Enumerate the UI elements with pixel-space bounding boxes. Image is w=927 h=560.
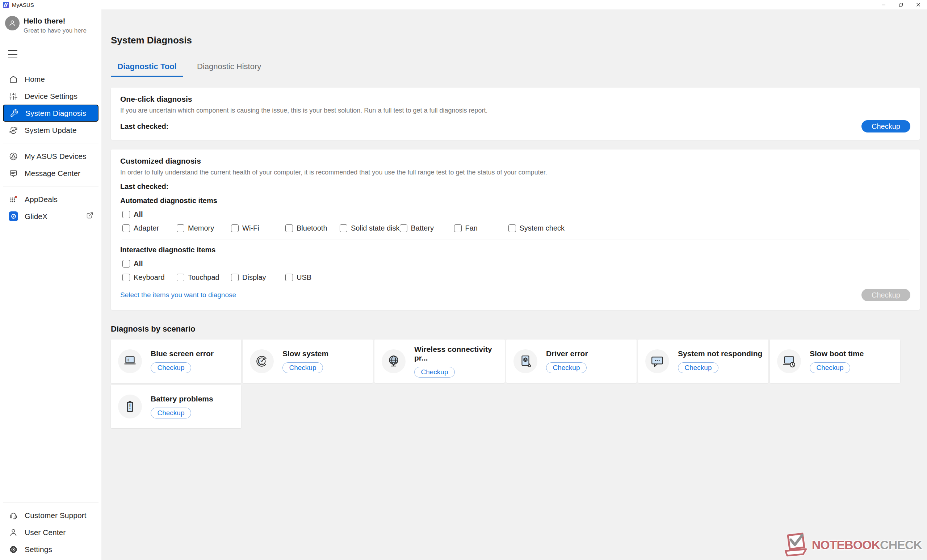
sidebar-item-label: Settings xyxy=(24,545,52,554)
checkbox-usb[interactable]: USB xyxy=(285,273,312,282)
sidebar-item-label: Device Settings xyxy=(24,92,78,101)
checkbox[interactable] xyxy=(400,225,407,232)
sidebar-item-user-center[interactable]: User Center xyxy=(0,524,102,541)
checkbox[interactable] xyxy=(454,225,462,232)
checkbox[interactable] xyxy=(231,274,239,281)
sidebar-nav-apps: AppDeals GlideX xyxy=(0,191,102,225)
divider xyxy=(3,186,99,187)
checkbox[interactable] xyxy=(285,274,293,281)
checkbox[interactable] xyxy=(122,274,130,281)
wrench-icon xyxy=(9,109,19,118)
customized-last-checked: Last checked: xyxy=(120,182,910,191)
checkbox[interactable] xyxy=(122,211,130,218)
headset-icon xyxy=(9,511,18,520)
checkbox-bluetooth[interactable]: Bluetooth xyxy=(285,224,340,232)
driver-error-checkup-button[interactable]: Checkup xyxy=(546,362,587,373)
sidebar-item-label: AppDeals xyxy=(24,195,58,204)
checkbox-memory[interactable]: Memory xyxy=(177,224,231,232)
scenario-card-title: Slow system xyxy=(283,349,328,358)
blue-screen-checkup-button[interactable]: Checkup xyxy=(150,362,191,373)
sidebar: Hello there! Great to have you here Home… xyxy=(0,9,102,560)
customized-description: In order to fully understand the current… xyxy=(120,169,910,176)
scenario-cards: :( Blue screen error Checkup Slow system xyxy=(111,340,900,428)
restore-button[interactable] xyxy=(892,0,910,9)
sidebar-item-message-center[interactable]: Message Center xyxy=(0,165,102,182)
checkbox-display[interactable]: Display xyxy=(231,273,285,282)
one-click-description: If you are uncertain which component is … xyxy=(120,107,910,114)
gear-icon xyxy=(9,545,18,554)
sidebar-item-label: GlideX xyxy=(24,212,47,221)
interactive-all-row: All xyxy=(120,260,910,268)
driver-icon xyxy=(514,349,537,373)
wireless-checkup-button[interactable]: Checkup xyxy=(414,367,455,378)
automated-items-row: Adapter Memory Wi-Fi Bluetooth Solid sta… xyxy=(120,224,910,232)
greeting-subtitle: Great to have you here xyxy=(24,27,87,34)
laptop-clock-icon xyxy=(777,349,801,373)
home-icon xyxy=(9,74,18,84)
sidebar-nav-bottom: Customer Support User Center Settings xyxy=(0,498,102,560)
sidebar-item-label: My ASUS Devices xyxy=(24,152,86,161)
sidebar-item-customer-support[interactable]: Customer Support xyxy=(0,507,102,524)
checkbox-touchpad[interactable]: Touchpad xyxy=(177,273,231,282)
notebookcheck-watermark: NOTEBOOKCHECK xyxy=(780,531,922,558)
checkbox[interactable] xyxy=(231,225,239,232)
scenario-card-title: Blue screen error xyxy=(150,349,214,358)
sidebar-item-system-diagnosis[interactable]: System Diagnosis xyxy=(3,105,99,121)
sidebar-item-my-asus-devices[interactable]: My ASUS Devices xyxy=(0,148,102,165)
tab-bar: Diagnostic Tool Diagnostic History xyxy=(111,58,920,77)
one-click-checkup-button[interactable]: Checkup xyxy=(862,120,910,132)
customized-diagnosis-panel: Customized diagnosis In order to fully u… xyxy=(111,150,920,310)
scenario-card-title: Battery problems xyxy=(150,395,213,403)
checkbox-fan[interactable]: Fan xyxy=(454,224,508,232)
customized-checkup-button[interactable]: Checkup xyxy=(862,289,910,301)
sidebar-nav-top: Home Device Settings System Diagnosis xyxy=(0,71,102,139)
scenario-card-title: Wireless connectivity pr... xyxy=(414,345,505,362)
select-items-link[interactable]: Select the items you want to diagnose xyxy=(120,291,236,299)
sidebar-item-system-update[interactable]: System Update xyxy=(0,121,102,139)
checkbox-adapter[interactable]: Adapter xyxy=(122,224,177,232)
svg-text:!: ! xyxy=(129,404,131,410)
checkbox-automated-all[interactable]: All xyxy=(122,210,143,219)
devices-icon xyxy=(9,152,18,161)
update-icon xyxy=(9,126,18,135)
not-responding-checkup-button[interactable]: Checkup xyxy=(678,362,719,373)
slow-system-checkup-button[interactable]: Checkup xyxy=(283,362,323,373)
checkbox[interactable] xyxy=(508,225,516,232)
hamburger-menu-icon[interactable] xyxy=(8,50,17,58)
sidebar-item-glidex[interactable]: GlideX xyxy=(0,208,102,225)
svg-text::(: :( xyxy=(128,358,129,362)
checkbox[interactable] xyxy=(122,260,130,267)
interactive-items-title: Interactive diagnostic items xyxy=(120,246,910,254)
checkbox-solid-state-disk[interactable]: Solid state disk xyxy=(340,224,400,232)
sidebar-item-settings[interactable]: Settings xyxy=(0,541,102,558)
checkbox-keyboard[interactable]: Keyboard xyxy=(122,273,177,282)
checkbox-interactive-all[interactable]: All xyxy=(122,260,143,268)
checkbox[interactable] xyxy=(122,225,130,232)
checkbox[interactable] xyxy=(177,225,184,232)
sidebar-item-home[interactable]: Home xyxy=(0,71,102,88)
checkbox-battery[interactable]: Battery xyxy=(400,224,454,232)
slow-boot-checkup-button[interactable]: Checkup xyxy=(810,362,850,373)
scenario-card-title: System not responding xyxy=(678,349,762,358)
myasus-logo-icon xyxy=(3,2,9,8)
sidebar-item-device-settings[interactable]: Device Settings xyxy=(0,88,102,105)
external-link-icon xyxy=(86,212,93,221)
profile-block[interactable]: Hello there! Great to have you here xyxy=(0,9,102,34)
tab-diagnostic-history[interactable]: Diagnostic History xyxy=(197,58,261,77)
sidebar-item-label: System Diagnosis xyxy=(25,109,86,118)
tab-diagnostic-tool[interactable]: Diagnostic Tool xyxy=(111,58,183,77)
minimize-button[interactable] xyxy=(875,0,892,9)
appdeals-icon xyxy=(9,195,18,204)
checkbox[interactable] xyxy=(177,274,184,281)
battery-checkup-button[interactable]: Checkup xyxy=(150,408,191,419)
checkbox[interactable] xyxy=(285,225,293,232)
sidebar-item-label: User Center xyxy=(24,528,65,537)
checkbox-wifi[interactable]: Wi-Fi xyxy=(231,224,285,232)
checkbox-system-check[interactable]: System check xyxy=(508,224,565,232)
close-button[interactable] xyxy=(910,0,927,9)
checkbox[interactable] xyxy=(340,225,347,232)
card-driver-error: Driver error Checkup xyxy=(506,340,637,383)
sidebar-item-appdeals[interactable]: AppDeals xyxy=(0,191,102,208)
notebookcheck-logo-icon xyxy=(780,531,812,558)
automated-all-row: All xyxy=(120,210,910,219)
